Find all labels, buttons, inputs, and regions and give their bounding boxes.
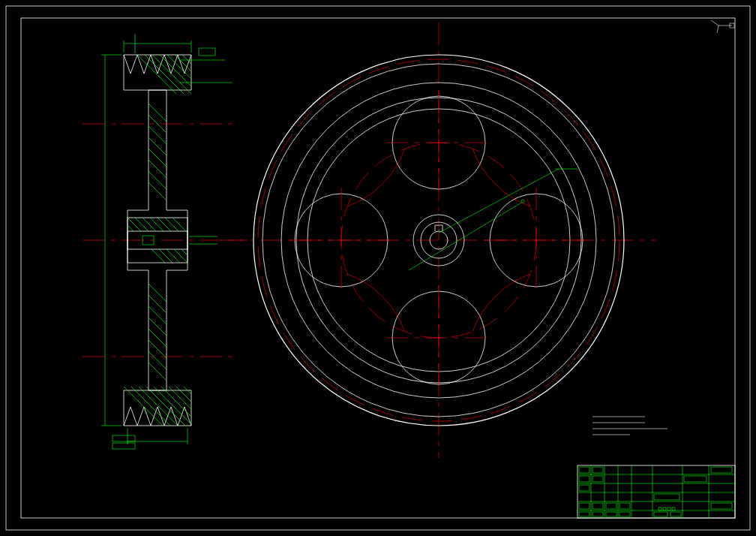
svg-rect-53 [578,465,735,518]
svg-rect-69 [592,476,603,482]
svg-rect-68 [579,476,590,482]
svg-rect-48 [199,48,215,56]
svg-rect-74 [620,503,630,509]
svg-rect-82 [711,467,732,473]
svg-rect-66 [579,467,590,473]
svg-rect-85 [658,507,662,510]
svg-rect-70 [579,485,590,491]
svg-rect-78 [620,512,630,516]
leaders-front [409,169,578,270]
svg-rect-86 [663,507,666,510]
hatching [98,15,248,450]
svg-rect-71 [579,503,590,509]
svg-point-23 [521,200,524,203]
svg-rect-77 [606,512,616,516]
svg-rect-73 [606,503,616,509]
dimension-lines [101,41,232,449]
svg-line-22 [409,203,521,270]
svg-rect-44 [112,435,135,441]
svg-rect-88 [672,507,675,510]
front-view [221,23,656,458]
svg-rect-81 [670,512,681,516]
svg-line-20 [439,169,559,233]
cad-drawing [0,0,756,536]
svg-rect-84 [684,476,706,482]
svg-rect-83 [711,503,732,509]
border-outer [6,6,750,530]
section-view [82,15,248,450]
svg-rect-79 [654,494,680,500]
svg-rect-87 [668,507,670,510]
ucs-icon [711,20,734,33]
svg-rect-72 [592,503,603,509]
svg-rect-76 [592,512,603,516]
svg-rect-45 [112,443,135,449]
notes-block [592,417,668,435]
svg-rect-75 [579,512,590,516]
svg-rect-67 [592,467,603,473]
title-block [578,465,735,518]
svg-rect-80 [654,512,668,516]
